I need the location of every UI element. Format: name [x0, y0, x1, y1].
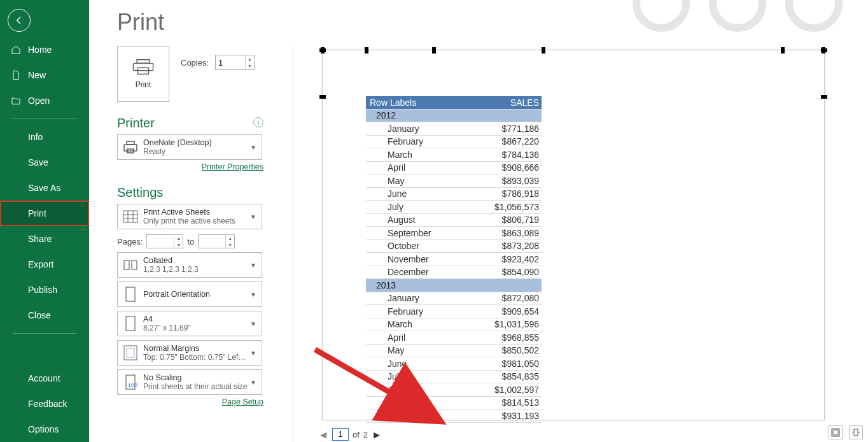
preview-table: Row LabelsSALES2012January$771,186Februa… [366, 96, 542, 423]
pages-to-input[interactable] [199, 235, 224, 248]
orientation-dropdown[interactable]: Portrait Orientation ▼ [117, 282, 262, 307]
dd-sub: Top: 0.75" Bottom: 0.75" Lef… [143, 353, 248, 362]
scaling-dropdown[interactable]: 100 No Scaling Print sheets at their act… [117, 369, 262, 395]
nav-label: Share [28, 234, 52, 244]
spin-down[interactable]: ▼ [174, 241, 183, 248]
printer-device-icon [122, 138, 139, 156]
paper-icon [122, 315, 139, 332]
svg-rect-3 [124, 145, 137, 151]
pager-total: 2 [363, 430, 368, 439]
dd-sub: 8.27" x 11.69" [143, 324, 248, 332]
col-header: Row Labels [366, 97, 487, 108]
svg-rect-6 [123, 211, 137, 222]
data-row: September$863,089 [366, 227, 542, 240]
printer-info-icon[interactable]: i [253, 117, 263, 127]
zoom-to-page-button[interactable] [849, 425, 863, 439]
margins-dropdown[interactable]: Normal Margins Top: 0.75" Bottom: 0.75" … [117, 340, 262, 366]
nav-info[interactable]: Info [0, 124, 89, 150]
chevron-down-icon: ▼ [250, 379, 258, 386]
scaling-badge: 100 [128, 382, 137, 389]
dd-title: A4 [143, 315, 248, 324]
data-row: August$806,719 [366, 214, 542, 227]
spin-down[interactable]: ▼ [246, 62, 254, 69]
nav-label: Publish [28, 285, 57, 295]
chevron-down-icon: ▼ [250, 144, 258, 151]
portrait-icon [122, 285, 139, 303]
nav-label: Home [28, 45, 52, 55]
data-row: May$850,502 [366, 345, 542, 358]
chevron-down-icon: ▼ [250, 262, 258, 269]
svg-rect-19 [833, 430, 838, 435]
spin-up[interactable]: ▲ [226, 235, 234, 241]
nav-close[interactable]: Close [0, 303, 89, 328]
prev-page-button[interactable]: ◀ [318, 429, 328, 439]
nav-label: Info [28, 132, 43, 142]
nav-publish[interactable]: Publish [0, 277, 89, 303]
copies-spinner[interactable]: ▲▼ [215, 55, 255, 70]
data-row: January$872,080 [366, 292, 542, 306]
pager-of-label: of [353, 430, 360, 439]
pages-from-input[interactable] [147, 235, 172, 248]
pages-range-row: Pages: ▲▼ to ▲▼ [117, 234, 263, 248]
print-what-dropdown[interactable]: Print Active Sheets Only print the activ… [117, 204, 262, 229]
nav-account[interactable]: Account [0, 366, 89, 391]
nav-label: Feedback [28, 399, 67, 409]
data-row: April$968,855 [366, 331, 542, 345]
data-row: January$771,186 [366, 122, 542, 136]
data-row: June$981,050 [366, 357, 542, 371]
nav-new[interactable]: New [0, 62, 89, 88]
nav-open[interactable]: Open [0, 88, 89, 113]
spin-up[interactable]: ▲ [246, 55, 254, 62]
nav-save-as[interactable]: Save As [0, 175, 89, 201]
paper-size-dropdown[interactable]: A4 8.27" x 11.69" ▼ [117, 311, 262, 336]
nav-feedback[interactable]: Feedback [0, 391, 89, 417]
spin-up[interactable]: ▲ [174, 235, 183, 241]
nav-export[interactable]: Export [0, 252, 89, 277]
page-setup-link[interactable]: Page Setup [222, 397, 263, 406]
nav-share[interactable]: Share [0, 226, 89, 252]
copies-input[interactable] [216, 55, 244, 69]
svg-rect-0 [137, 60, 150, 64]
spin-down[interactable]: ▼ [226, 241, 234, 248]
pages-to-spinner[interactable]: ▲▼ [198, 234, 235, 248]
svg-rect-14 [126, 317, 135, 331]
printer-properties-link[interactable]: Printer Properties [202, 162, 263, 171]
dd-title: Portrait Orientation [143, 285, 248, 304]
pages-to-label: to [187, 237, 194, 246]
print-button-label: Print [136, 80, 151, 89]
chevron-down-icon: ▼ [250, 350, 258, 357]
preview-tools [829, 425, 863, 439]
show-margins-button[interactable] [829, 425, 843, 439]
year-row: 2012 [366, 110, 542, 123]
data-row: October$873,208 [366, 240, 542, 253]
copies-label: Copies: [181, 58, 209, 68]
collation-dropdown[interactable]: Collated 1,2,3 1,2,3 1,2,3 ▼ [117, 252, 262, 278]
nav-save[interactable]: Save [0, 150, 89, 175]
data-row: July$854,835 [366, 371, 542, 384]
pages-from-spinner[interactable]: ▲▼ [146, 234, 183, 248]
nav-options[interactable]: Options [0, 417, 89, 442]
next-page-button[interactable]: ▶ [372, 429, 382, 439]
dd-sub: 1,2,3 1,2,3 1,2,3 [143, 265, 248, 274]
back-button[interactable] [8, 9, 31, 32]
chevron-down-icon: ▼ [250, 320, 258, 327]
data-row: September$814,513 [366, 397, 542, 410]
nav-home[interactable]: Home [0, 37, 89, 62]
printer-dropdown[interactable]: OneNote (Desktop) Ready ▼ [117, 134, 262, 160]
svg-rect-20 [854, 429, 858, 436]
dd-title: Print Active Sheets [143, 208, 248, 217]
preview-page: Row LabelsSALES2012January$771,186Februa… [322, 50, 825, 420]
dd-title: Collated [143, 256, 248, 265]
print-button[interactable]: Print [117, 46, 169, 102]
data-row: February$867,220 [366, 136, 542, 149]
svg-rect-12 [132, 260, 137, 269]
current-page-input[interactable] [332, 428, 349, 441]
svg-rect-15 [124, 346, 137, 360]
nav-print[interactable]: Print [0, 201, 89, 226]
col-header: SALES [487, 97, 542, 108]
copies-group: Copies: ▲▼ [181, 55, 255, 70]
scaling-icon: 100 [122, 373, 139, 391]
nav-label: Close [28, 310, 51, 320]
nav-label: Export [28, 259, 53, 269]
margins-icon [122, 344, 139, 362]
